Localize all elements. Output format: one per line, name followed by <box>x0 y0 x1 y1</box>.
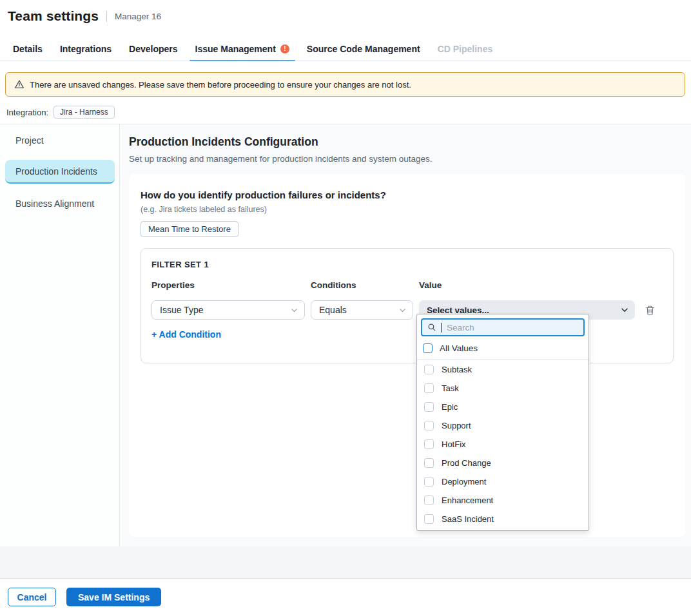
search-placeholder: Search <box>447 323 474 332</box>
filter-set-title: FILTER SET 1 <box>151 260 663 269</box>
footer-spacer-band <box>0 546 691 579</box>
integration-label: Integration: <box>6 108 48 117</box>
banner-message: There are unsaved changes. Please save t… <box>30 80 411 90</box>
sidebar-item-label: Project <box>15 135 44 146</box>
chevron-down-icon <box>620 305 629 314</box>
tab-label: Details <box>13 44 43 54</box>
column-properties: Properties <box>151 280 305 290</box>
option-support[interactable]: Support <box>417 416 589 435</box>
tab-label: Issue Management <box>195 44 276 54</box>
add-condition-button[interactable]: + Add Condition <box>151 329 221 340</box>
metric-chip-mttr[interactable]: Mean Time to Restore <box>141 221 238 237</box>
integration-chip[interactable]: Jira - Harness <box>54 106 115 119</box>
option-saas-incident[interactable]: SaaS Incident <box>417 510 589 528</box>
tab-label: Developers <box>129 44 177 54</box>
section-subtitle: Set up tracking and management for produ… <box>129 154 433 164</box>
column-value: Value <box>419 280 635 290</box>
tab-developers[interactable]: Developers <box>128 37 179 61</box>
page-title: Team settings <box>8 8 99 24</box>
tab-integrations[interactable]: Integrations <box>59 37 113 61</box>
option-checkbox[interactable] <box>424 514 434 524</box>
page-header: Team settings Manager 16 <box>8 8 161 24</box>
column-conditions: Conditions <box>311 280 413 290</box>
tab-label: Source Code Management <box>307 44 420 54</box>
sidebar-item-production-incidents[interactable]: Production Incidents <box>5 160 115 184</box>
trash-icon <box>645 305 656 316</box>
option-customer-notification[interactable]: Customer Notification <box>417 528 589 531</box>
option-checkbox[interactable] <box>424 439 434 449</box>
option-label: Task <box>442 383 459 393</box>
conditions-select-value: Equals <box>319 305 347 315</box>
search-icon <box>427 323 436 332</box>
option-label: Epic <box>442 402 458 412</box>
active-tab-underline <box>190 60 295 62</box>
option-checkbox[interactable] <box>424 458 434 468</box>
footer-action-bar: Cancel Save IM Settings <box>0 579 691 616</box>
option-checkbox[interactable] <box>424 383 434 393</box>
option-deployment[interactable]: Deployment <box>417 472 589 491</box>
text-cursor <box>441 323 442 332</box>
option-all-values[interactable]: All Values <box>417 340 589 357</box>
config-question: How do you identify production failures … <box>141 189 674 200</box>
option-label: All Values <box>440 343 478 353</box>
save-im-settings-button[interactable]: Save IM Settings <box>66 588 161 606</box>
option-checkbox[interactable] <box>424 496 434 505</box>
tab-issue-management[interactable]: Issue Management ! <box>194 37 291 61</box>
integration-row: Integration: Jira - Harness <box>6 106 115 119</box>
tab-source-code-management[interactable]: Source Code Management <box>306 37 422 61</box>
option-epic[interactable]: Epic <box>417 398 589 416</box>
filter-column-headers: Properties Conditions Value <box>151 280 663 290</box>
sidebar-item-label: Production Incidents <box>15 166 97 177</box>
chevron-down-icon <box>290 306 298 314</box>
warning-triangle-icon <box>14 79 24 90</box>
tab-label: CD Pipelines <box>438 44 493 54</box>
sidebar-item-business-alignment[interactable]: Business Alignment <box>15 198 94 209</box>
sidebar-item-label: Business Alignment <box>15 198 94 209</box>
option-label: SaaS Incident <box>442 514 494 524</box>
value-dropdown-panel: Search All Values Subtask Task Epic <box>416 314 589 531</box>
option-label: Support <box>442 421 471 430</box>
option-label: Subtask <box>442 365 472 374</box>
option-hotfix[interactable]: HotFix <box>417 435 589 454</box>
delete-filter-button[interactable] <box>641 301 659 319</box>
option-label: Enhancement <box>442 496 493 505</box>
option-checkbox[interactable] <box>424 402 434 412</box>
option-enhancement[interactable]: Enhancement <box>417 491 589 510</box>
dropdown-search-input[interactable]: Search <box>421 318 585 336</box>
tab-details[interactable]: Details <box>12 37 44 61</box>
sidebar-item-project[interactable]: Project <box>15 135 44 146</box>
option-label: Deployment <box>442 477 486 486</box>
option-prod-change[interactable]: Prod Change <box>417 454 589 472</box>
page-subtitle: Manager 16 <box>106 11 161 22</box>
option-subtask[interactable]: Subtask <box>417 360 589 379</box>
option-checkbox[interactable] <box>424 365 434 374</box>
incidents-config-card: How do you identify production failures … <box>129 174 685 537</box>
option-task[interactable]: Task <box>417 379 589 398</box>
properties-select[interactable]: Issue Type <box>151 300 305 320</box>
section-title: Production Incidents Configuration <box>129 135 318 149</box>
option-checkbox[interactable] <box>424 421 434 430</box>
chevron-down-icon <box>398 306 407 314</box>
unsaved-changes-banner: There are unsaved changes. Please save t… <box>5 72 685 97</box>
tab-cd-pipelines: CD Pipelines <box>436 37 494 61</box>
option-label: HotFix <box>442 439 466 449</box>
properties-select-value: Issue Type <box>160 305 203 315</box>
cancel-button[interactable]: Cancel <box>8 588 56 606</box>
option-label: Prod Change <box>442 458 491 468</box>
all-values-checkbox[interactable] <box>423 343 433 353</box>
alert-badge-icon: ! <box>280 44 289 53</box>
tab-label: Integrations <box>60 44 112 54</box>
config-hint: (e.g. Jira tickets labeled as failures) <box>141 205 674 214</box>
settings-sidebar: Project Production Incidents Business Al… <box>0 124 120 546</box>
conditions-select[interactable]: Equals <box>311 300 413 320</box>
option-checkbox[interactable] <box>424 477 434 486</box>
main-content: Production Incidents Configuration Set u… <box>121 124 691 546</box>
filter-set-box: FILTER SET 1 Properties Conditions Value… <box>141 248 674 363</box>
team-settings-page: Team settings Manager 16 Details Integra… <box>0 0 691 616</box>
tab-bar: Details Integrations Developers Issue Ma… <box>0 37 691 61</box>
